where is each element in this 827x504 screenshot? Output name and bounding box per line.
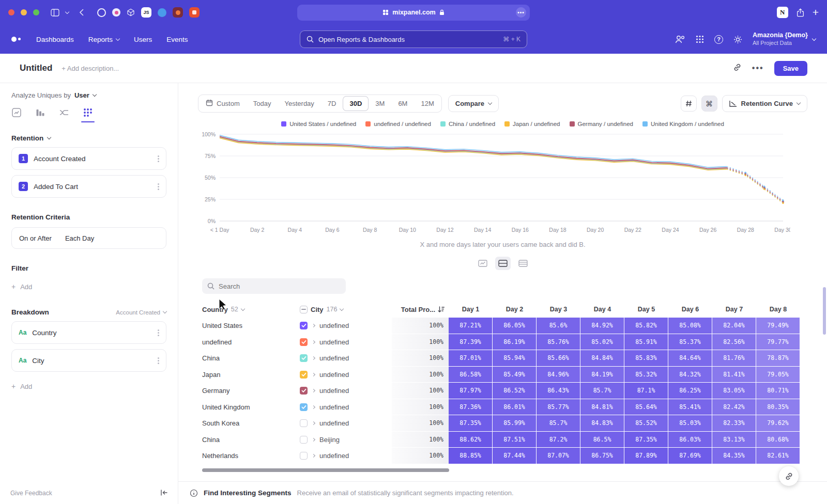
extension-orange-icon[interactable] (189, 7, 200, 18)
add-description[interactable]: + Add description... (62, 65, 119, 72)
retention-cell[interactable]: 84.83% (580, 415, 624, 432)
range-7d[interactable]: 7D (321, 96, 343, 111)
horizontal-scrollbar[interactable] (202, 468, 449, 472)
retention-cell[interactable]: 85.64% (624, 399, 668, 416)
table-row[interactable]: Germanyundefined100%87.97%86.52%86.43%85… (202, 383, 800, 399)
retention-cell[interactable]: 79.49% (756, 318, 800, 334)
day-column-header[interactable]: Day 8 (756, 306, 800, 313)
table-row[interactable]: United Statesundefined100%87.21%86.05%85… (202, 318, 800, 334)
range-3m[interactable]: 3M (369, 96, 391, 111)
retention-cell[interactable]: 87.01% (449, 350, 493, 367)
day-column-header[interactable]: Day 7 (712, 306, 756, 313)
kebab-menu-icon[interactable] (158, 332, 159, 334)
range-12m[interactable]: 12M (414, 96, 440, 111)
give-feedback-link[interactable]: Give Feedback (10, 490, 52, 497)
vertical-scrollbar-thumb[interactable] (823, 287, 826, 335)
total-column-header[interactable]: Total Pro... (392, 306, 449, 313)
nav-item-events[interactable]: Events (166, 36, 188, 43)
table-row[interactable]: Chinaundefined100%87.01%85.94%85.66%84.8… (202, 350, 800, 367)
table-row[interactable]: Netherlandsundefined100%88.85%87.44%87.0… (202, 448, 800, 464)
retention-cell[interactable]: 85.02% (580, 334, 624, 351)
range-today[interactable]: Today (247, 96, 278, 111)
expand-row-icon[interactable] (312, 373, 315, 376)
expand-row-icon[interactable] (312, 324, 315, 327)
retention-cell[interactable]: 85.52% (624, 415, 668, 432)
breakdown-city[interactable]: AaCity (11, 349, 166, 372)
select-all-checkbox[interactable] (300, 306, 308, 313)
retention-step-added-to-cart[interactable]: 2Added To Cart (11, 175, 166, 198)
retention-cell[interactable]: 80.71% (756, 383, 800, 399)
row-checkbox[interactable] (300, 371, 308, 379)
retention-cell[interactable]: 85.37% (668, 334, 712, 351)
retention-cell[interactable]: 82.61% (756, 448, 800, 464)
row-checkbox[interactable] (300, 387, 308, 395)
user-management-icon[interactable] (675, 35, 685, 44)
tab-flows[interactable] (59, 107, 69, 118)
retention-cell[interactable]: 87.69% (668, 448, 712, 464)
retention-cell[interactable]: 81.41% (712, 367, 756, 383)
retention-cell[interactable]: 84.96% (537, 367, 580, 383)
row-checkbox[interactable] (300, 338, 308, 346)
retention-cell[interactable]: 79.62% (756, 415, 800, 432)
address-bar[interactable]: mixpanel.com ••• (297, 5, 530, 21)
chart-type-dropdown[interactable]: Retention Curve (722, 95, 807, 112)
city-column-header[interactable]: City 176 (300, 306, 392, 313)
retention-cell[interactable]: 85.03% (668, 415, 712, 432)
save-button[interactable]: Save (774, 61, 807, 76)
retention-step-account-created[interactable]: 1Account Created (11, 147, 166, 170)
retention-cell[interactable]: 86.01% (493, 399, 537, 416)
retention-cell[interactable]: 84.35% (712, 448, 756, 464)
retention-cell[interactable]: 86.19% (493, 334, 537, 351)
retention-cell[interactable]: 81.76% (712, 350, 756, 367)
day-column-header[interactable]: Day 5 (624, 306, 668, 313)
keyboard-shortcuts-button[interactable]: ⌘ (701, 96, 717, 112)
expand-row-icon[interactable] (312, 454, 315, 458)
kebab-menu-icon[interactable] (158, 360, 159, 361)
retention-cell[interactable]: 82.04% (712, 318, 756, 334)
retention-cell[interactable]: 84.32% (668, 367, 712, 383)
settings-gear-icon[interactable] (733, 35, 742, 44)
expand-row-icon[interactable] (312, 340, 315, 344)
row-checkbox[interactable] (300, 452, 308, 460)
notion-extension-icon[interactable]: N (777, 7, 788, 18)
retention-cell[interactable]: 85.76% (537, 334, 580, 351)
row-checkbox[interactable] (300, 419, 308, 427)
tab-funnels[interactable] (35, 107, 45, 118)
extension-dot-icon[interactable] (112, 8, 120, 17)
retention-cell[interactable]: 85.66% (537, 350, 580, 367)
retention-cell[interactable]: 86.52% (493, 383, 537, 399)
retention-cell[interactable]: 88.85% (449, 448, 493, 464)
retention-cell[interactable]: 86.03% (668, 432, 712, 448)
toggle-chart-only[interactable] (475, 257, 491, 270)
retention-cell[interactable]: 82.33% (712, 415, 756, 432)
retention-cell[interactable]: 84.19% (580, 367, 624, 383)
retention-line-chart[interactable]: 100%75%50%25%0%< 1 DayDay 2Day 4Day 6Day… (196, 129, 790, 237)
retention-cell[interactable]: 85.91% (624, 334, 668, 351)
close-window-button[interactable] (8, 9, 14, 15)
nav-item-dashboards[interactable]: Dashboards (36, 36, 74, 43)
range-6m[interactable]: 6M (391, 96, 414, 111)
kebab-menu-icon[interactable] (158, 158, 159, 160)
day-column-header[interactable]: Day 3 (537, 306, 580, 313)
retention-cell[interactable]: 87.39% (449, 334, 493, 351)
legend-item-united-states-undefined[interactable]: United States / undefined (281, 121, 356, 127)
retention-cell[interactable]: 85.7% (580, 383, 624, 399)
extension-js-icon[interactable]: JS (141, 7, 151, 18)
country-column-header[interactable]: Country 52 (202, 306, 300, 313)
retention-cell[interactable]: 83.13% (712, 432, 756, 448)
project-switcher[interactable]: Amazonia {Demo} All Project Data (753, 32, 816, 46)
retention-cell[interactable]: 85.41% (668, 399, 712, 416)
retention-cell[interactable]: 85.7% (537, 415, 580, 432)
breakdown-country[interactable]: AaCountry (11, 321, 166, 344)
toggle-chart-and-table[interactable] (495, 257, 511, 270)
retention-cell[interactable]: 87.1% (624, 383, 668, 399)
retention-cell[interactable]: 87.21% (449, 318, 493, 334)
mixpanel-logo[interactable] (11, 37, 21, 42)
retention-cell[interactable]: 85.6% (537, 318, 580, 334)
share-icon[interactable] (797, 8, 804, 17)
legend-item-japan-undefined[interactable]: Japan / undefined (504, 121, 560, 127)
retention-cell[interactable]: 85.99% (493, 415, 537, 432)
kebab-menu-icon[interactable] (158, 186, 159, 187)
row-checkbox[interactable] (300, 354, 308, 362)
retention-cell[interactable]: 87.2% (537, 432, 580, 448)
